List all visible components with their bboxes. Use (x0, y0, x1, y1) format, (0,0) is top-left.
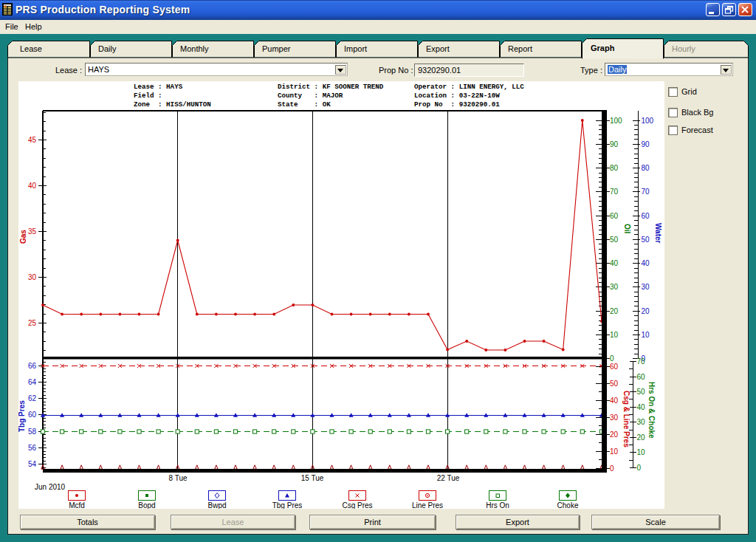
svg-text:90: 90 (642, 140, 650, 148)
svg-text:45: 45 (28, 136, 37, 144)
svg-text:Lease : HAYS: Lease : HAYS (134, 83, 183, 91)
svg-text:60: 60 (637, 373, 646, 381)
svg-text:Jun 2010: Jun 2010 (35, 483, 66, 491)
svg-text:80: 80 (610, 164, 619, 172)
svg-text:State : OK: State : OK (278, 100, 331, 109)
svg-text:50: 50 (610, 236, 619, 244)
svg-text:15 Tue: 15 Tue (301, 474, 324, 482)
svg-text:50: 50 (610, 380, 619, 388)
svg-text:90: 90 (610, 140, 619, 148)
svg-text:66: 66 (28, 362, 37, 370)
svg-text:Hrs On & Choke: Hrs On & Choke (647, 382, 656, 439)
svg-text:10: 10 (610, 447, 619, 456)
svg-text:20: 20 (610, 307, 619, 315)
svg-text:80: 80 (642, 164, 650, 172)
svg-text:20: 20 (637, 433, 646, 442)
svg-text:Location : 03-22N-10W: Location : 03-22N-10W (414, 92, 500, 100)
svg-text:56: 56 (28, 444, 37, 452)
svg-text:Line Pres: Line Pres (412, 501, 443, 509)
svg-text:58: 58 (28, 428, 37, 436)
svg-text:10: 10 (610, 331, 619, 339)
svg-text:Import: Import (344, 44, 367, 53)
svg-text:Choke: Choke (557, 501, 579, 509)
svg-text:70: 70 (610, 188, 619, 196)
svg-text:0: 0 (637, 464, 642, 472)
svg-text:30: 30 (642, 283, 650, 291)
svg-text:60: 60 (610, 212, 619, 220)
svg-text:40: 40 (642, 259, 650, 267)
svg-text:22 Tue: 22 Tue (437, 474, 460, 482)
svg-text:40: 40 (610, 397, 619, 405)
svg-text:10: 10 (637, 448, 646, 456)
svg-text:25: 25 (28, 319, 37, 327)
svg-text:Prop No : 9320290.01: Prop No : 9320290.01 (414, 100, 500, 109)
svg-text:70: 70 (642, 188, 650, 196)
svg-text:Operator : LINN ENERGY, LLC: Operator : LINN ENERGY, LLC (414, 83, 524, 91)
svg-text:35: 35 (28, 227, 37, 236)
svg-text:20: 20 (642, 307, 650, 315)
svg-text:Graph: Graph (591, 44, 615, 52)
svg-text:54: 54 (28, 460, 37, 468)
svg-text:60: 60 (28, 411, 37, 419)
svg-text:Field :: Field : (134, 92, 162, 100)
svg-text:County : MAJOR: County : MAJOR (278, 92, 343, 100)
svg-text:Lease: Lease (20, 44, 42, 53)
svg-text:50: 50 (642, 236, 650, 244)
svg-text:Monthly: Monthly (180, 44, 209, 53)
svg-text:Mcfd: Mcfd (69, 501, 85, 509)
svg-text:0: 0 (610, 464, 614, 473)
svg-text:Export: Export (426, 44, 450, 53)
svg-text:20: 20 (610, 430, 619, 439)
svg-text:Bopd: Bopd (138, 501, 155, 509)
svg-text:Tbg Pres: Tbg Pres (18, 400, 26, 432)
svg-text:50: 50 (637, 388, 646, 396)
svg-text:30: 30 (28, 273, 37, 281)
svg-text:Oil: Oil (623, 224, 631, 234)
svg-text:Daily: Daily (98, 44, 117, 53)
svg-text:8 Tue: 8 Tue (168, 474, 187, 482)
svg-text:30: 30 (637, 418, 646, 426)
svg-text:40: 40 (28, 182, 37, 190)
svg-text:100: 100 (610, 117, 622, 125)
svg-text:64: 64 (28, 378, 37, 386)
svg-text:Pumper: Pumper (262, 44, 291, 53)
svg-text:70: 70 (637, 357, 646, 366)
svg-text:Report: Report (508, 44, 532, 53)
svg-text:40: 40 (637, 403, 646, 411)
svg-text:62: 62 (28, 394, 37, 402)
svg-text:30: 30 (610, 414, 619, 422)
svg-text:100: 100 (642, 117, 654, 125)
svg-text:Water: Water (654, 223, 662, 244)
svg-text:40: 40 (610, 259, 619, 267)
svg-text:60: 60 (610, 363, 619, 371)
svg-text:Hrs On: Hrs On (486, 501, 509, 509)
svg-text:60: 60 (642, 212, 650, 220)
svg-text:Tbg Pres: Tbg Pres (272, 501, 303, 509)
svg-text:District : KF SOONER TREND: District : KF SOONER TREND (278, 83, 384, 91)
svg-text:Hourly: Hourly (672, 44, 695, 53)
svg-text:Csg Pres: Csg Pres (342, 501, 372, 509)
svg-text:30: 30 (610, 283, 619, 291)
svg-text:10: 10 (642, 331, 650, 339)
svg-text:Zone : HISS/HUNTON: Zone : HISS/HUNTON (134, 100, 211, 109)
svg-text:Gas: Gas (19, 230, 27, 244)
svg-text:Bwpd: Bwpd (207, 501, 226, 509)
